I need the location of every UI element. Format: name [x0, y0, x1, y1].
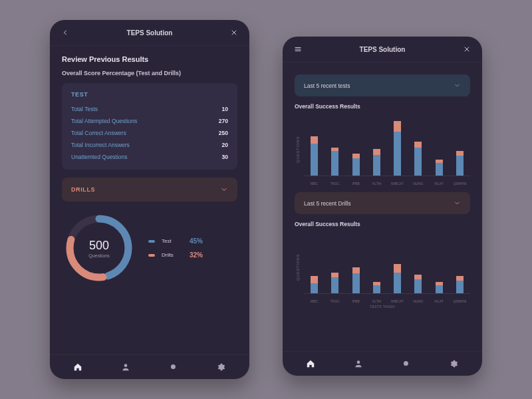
bar-column: [311, 276, 318, 294]
svg-line-7: [175, 368, 177, 370]
review-body: Review Previous Results Overall Score Pe…: [50, 46, 249, 354]
charts-screen: TEPS Solution Last 5 recent tests Overal…: [283, 37, 482, 376]
svg-point-6: [171, 364, 176, 369]
bar-column: [311, 136, 318, 176]
x-tick: QSMHNI: [452, 182, 467, 186]
tab-profile[interactable]: [353, 358, 364, 369]
bar-seg-drills: [394, 121, 401, 132]
tab-bar: [283, 351, 482, 376]
bar-seg-test: [456, 156, 464, 176]
menu-icon[interactable]: [292, 43, 304, 55]
bar-column: [394, 121, 401, 176]
bar-column: [394, 264, 401, 294]
bar-seg-test: [436, 163, 443, 176]
stat-value: 20: [222, 142, 228, 148]
app-title: TEPS Solution: [71, 29, 228, 37]
bar-seg-test: [456, 281, 464, 294]
x-tick: KLTM: [369, 299, 384, 303]
bar-seg-drills: [311, 136, 318, 144]
select-label: Last 5 recent tests: [304, 82, 350, 89]
svg-line-16: [408, 365, 410, 367]
test-stats-card: TEST Total Tests10Total Attempted Questi…: [62, 83, 237, 170]
tab-home[interactable]: [72, 362, 83, 372]
select-recent-drills[interactable]: Last 5 recent Drills: [295, 192, 470, 214]
stat-row: Total Correct Answers250: [71, 127, 228, 139]
legend-name: Test: [162, 238, 183, 244]
page-subheading: Overall Score Percentage (Test and Drill…: [62, 70, 237, 76]
svg-point-15: [404, 361, 408, 366]
back-icon[interactable]: [59, 27, 71, 39]
stat-key: Total Correct Answers: [71, 130, 126, 136]
tab-bar: [50, 354, 249, 379]
bar-seg-drills: [373, 149, 380, 155]
svg-point-14: [357, 360, 360, 364]
x-tick: MBC: [307, 299, 322, 303]
tab-search[interactable]: [401, 358, 412, 369]
x-tick: IPBB: [348, 182, 363, 186]
donut-chart: 500 Questions: [62, 211, 136, 285]
donut-caption: Questions: [88, 253, 110, 258]
stat-key: Total Incorrect Answers: [71, 142, 130, 148]
x-tick: IPBB: [348, 299, 363, 303]
review-screen: TEPS Solution Review Previous Results Ov…: [50, 20, 249, 379]
bar-seg-drills: [352, 267, 360, 273]
stat-row: Unattemted Questions30: [71, 151, 228, 163]
select-recent-tests[interactable]: Last 5 recent tests: [295, 74, 470, 96]
legend-swatch: [148, 254, 155, 257]
bar-column: [456, 151, 464, 176]
tab-settings[interactable]: [449, 358, 460, 369]
bar-seg-drills: [456, 276, 464, 281]
x-tick: KLTM: [369, 182, 384, 186]
donut-legend: Test45%Drills32%: [148, 237, 203, 259]
bar-column: [331, 273, 338, 294]
bar-seg-test: [394, 273, 401, 294]
bar-column: [373, 282, 380, 294]
bar-column: [352, 154, 360, 176]
success-chart-tests: QUESTIONS MBCTNGCIPBBKLTMMIBCATNUMGIKLAT…: [295, 114, 470, 186]
bar-seg-drills: [394, 264, 401, 273]
tab-home[interactable]: [305, 358, 316, 369]
bar-seg-test: [311, 283, 318, 294]
bar-seg-test: [414, 279, 422, 294]
x-tick: MIBCAT: [390, 299, 405, 303]
tab-profile[interactable]: [120, 362, 131, 372]
bar-seg-drills: [414, 275, 422, 279]
legend-item: Test45%: [148, 237, 203, 245]
bar-column: [331, 148, 338, 176]
bar-seg-test: [352, 273, 360, 294]
drills-toggle[interactable]: DRILLS: [62, 178, 237, 201]
donut-area: 500 Questions Test45%Drills32%: [62, 211, 237, 285]
x-tick: IKLAT: [432, 182, 446, 186]
tab-search[interactable]: [168, 362, 179, 372]
donut-number: 500: [89, 239, 109, 253]
bar-seg-test: [352, 158, 360, 176]
stat-key: Unattemted Questions: [71, 154, 128, 160]
x-tick: NUMG: [411, 299, 426, 303]
test-card-title: TEST: [71, 91, 228, 98]
x-tick: NUMG: [411, 182, 426, 186]
close-icon[interactable]: [461, 43, 473, 55]
legend-name: Drills: [162, 252, 183, 258]
svg-point-5: [124, 364, 128, 367]
bar-seg-test: [311, 144, 318, 177]
chevron-down-icon: [454, 82, 461, 89]
bar-column: [436, 160, 443, 176]
tab-settings[interactable]: [216, 362, 227, 372]
bar-column: [414, 142, 422, 176]
app-title: TEPS Solution: [304, 46, 461, 53]
stat-value: 270: [219, 118, 228, 124]
bar-seg-test: [373, 155, 380, 176]
close-icon[interactable]: [228, 27, 240, 39]
bar-column: [456, 276, 464, 294]
bar-seg-test: [394, 132, 401, 176]
stat-key: Total Tests: [71, 106, 98, 112]
select-label: Last 5 recent Drills: [304, 200, 350, 207]
bar-seg-drills: [352, 154, 360, 158]
stat-value: 30: [222, 154, 228, 160]
x-tick: QSMHNI: [452, 299, 467, 303]
stat-key: Total Attempted Questions: [71, 118, 137, 124]
bar-column: [414, 275, 422, 294]
bar-seg-drills: [311, 276, 318, 283]
bar-column: [373, 149, 380, 176]
chart-title-1: Overall Success Results: [295, 103, 470, 110]
